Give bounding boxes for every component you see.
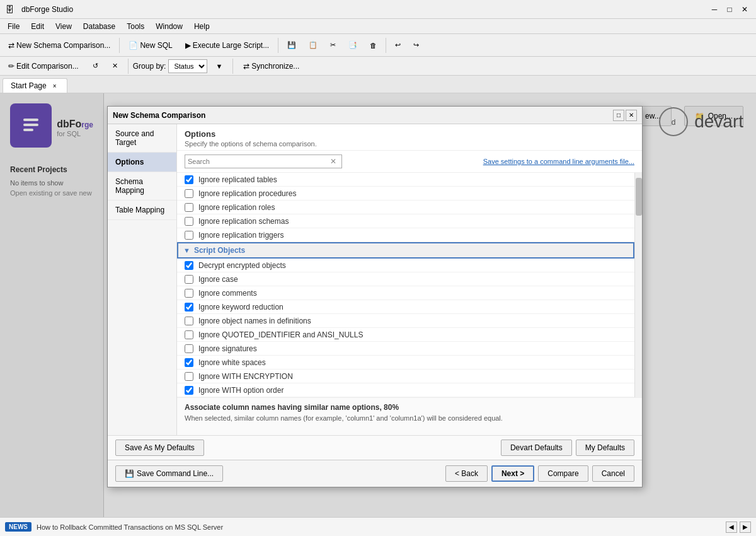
checkbox-ignore-case[interactable]	[185, 275, 193, 284]
option-ignore-replication-roles: Ignore replication roles	[177, 201, 634, 214]
toolbar-icon-1[interactable]: 💾	[282, 38, 302, 52]
maximize-button[interactable]: □	[723, 3, 736, 16]
new-schema-comparison-button[interactable]: ⇄ New Schema Comparison...	[3, 38, 116, 52]
modal-footer: 💾 Save Command Line... < Back Next > Com…	[108, 460, 642, 487]
back-button[interactable]: < Back	[445, 465, 488, 482]
modal-content-header: Options Specify the options of schema co…	[177, 124, 642, 151]
script-objects-section-header[interactable]: ▼ Script Objects	[177, 242, 634, 259]
toolbar-icon-3[interactable]: ✂	[324, 38, 341, 52]
option-ignore-case: Ignore case	[177, 272, 634, 286]
group-by-select[interactable]: Status	[168, 59, 207, 73]
nav-options[interactable]: Options	[108, 153, 176, 172]
new-sql-icon: 📄	[129, 41, 138, 50]
title-bar-left: 🗄 dbForge Studio	[5, 4, 73, 15]
modal-overlay: New Schema Comparison □ ✕ Source and Tar…	[0, 93, 756, 517]
modal-window-buttons: □ ✕	[613, 110, 637, 121]
redo-button[interactable]: ↪	[408, 38, 425, 52]
sync-icon: ⇄	[243, 62, 249, 71]
cancel-comparison-button[interactable]: ✕	[106, 59, 123, 73]
search-clear-button[interactable]: ✕	[330, 157, 339, 166]
toolbar-separator-2	[278, 38, 278, 53]
menu-tools[interactable]: Tools	[122, 21, 149, 32]
menu-bar: File Edit View Database Tools Window Hel…	[0, 19, 756, 34]
checkbox-ignore-replicated-tables[interactable]	[185, 175, 193, 184]
checkbox-ignore-replication-procedures[interactable]	[185, 189, 193, 198]
checkbox-ignore-keyword-reduction[interactable]	[185, 303, 193, 312]
next-button[interactable]: Next >	[491, 465, 534, 482]
undo-button[interactable]: ↩	[389, 38, 406, 52]
options-description: Specify the options of schema comparison…	[185, 140, 634, 148]
refresh-button[interactable]: ↺	[87, 59, 104, 73]
menu-help[interactable]: Help	[189, 21, 215, 32]
edit-icon: ✏	[8, 62, 14, 71]
compare-button[interactable]: Compare	[538, 465, 588, 482]
checkbox-ignore-quoted-identifier[interactable]	[185, 330, 193, 339]
checkbox-ignore-with-option-order[interactable]	[185, 386, 193, 395]
checkbox-ignore-replication-roles[interactable]	[185, 203, 193, 212]
option-description-panel: Associate column names having similar na…	[177, 397, 642, 435]
save-settings-link[interactable]: Save settings to a command line argument…	[483, 158, 634, 165]
menu-database[interactable]: Database	[78, 21, 120, 32]
menu-window[interactable]: Window	[151, 21, 188, 32]
checkbox-ignore-replication-triggers[interactable]	[185, 231, 193, 240]
nav-schema-mapping[interactable]: Schema Mapping	[108, 172, 176, 201]
modal-close-button[interactable]: ✕	[626, 110, 637, 121]
toolbar-icon-5[interactable]: 🗑	[364, 39, 382, 52]
footer-left-buttons: 💾 Save Command Line...	[115, 465, 442, 482]
options-list: Ignore replicated tables Ignore replicat…	[177, 173, 634, 397]
checkbox-decrypt-encrypted[interactable]	[185, 261, 193, 270]
my-defaults-button[interactable]: My Defaults	[576, 440, 634, 456]
checkbox-ignore-comments[interactable]	[185, 289, 193, 298]
close-button[interactable]: ✕	[738, 3, 751, 16]
new-sql-button[interactable]: 📄 New SQL	[123, 38, 178, 52]
modal-content: Options Specify the options of schema co…	[177, 124, 642, 435]
modal-maximize-button[interactable]: □	[613, 110, 624, 121]
option-ignore-replication-schemas: Ignore replication schemas	[177, 214, 634, 228]
tab-close-button[interactable]: ×	[50, 81, 59, 90]
option-ignore-with-option-order: Ignore WITH option order	[177, 383, 634, 397]
save-command-line-button[interactable]: 💾 Save Command Line...	[115, 465, 223, 482]
tab-label: Start Page	[11, 81, 47, 90]
options-toolbar: ✕ Save settings to a command line argume…	[177, 151, 642, 173]
execute-large-script-button[interactable]: ▶ Execute Large Script...	[180, 38, 275, 52]
menu-edit[interactable]: Edit	[26, 21, 49, 32]
checkbox-ignore-object-names[interactable]	[185, 317, 193, 325]
modal-titlebar: New Schema Comparison □ ✕	[108, 107, 642, 124]
footer-right-buttons: < Back Next > Compare Cancel	[445, 465, 634, 482]
edit-comparison-button[interactable]: ✏ Edit Comparison...	[3, 59, 84, 73]
devart-defaults-button[interactable]: Devart Defaults	[501, 440, 572, 456]
checkbox-ignore-signatures[interactable]	[185, 344, 193, 353]
modal-defaults-row: Save As My Defaults Devart Defaults My D…	[108, 435, 642, 460]
start-page-tab[interactable]: Start Page ×	[3, 78, 67, 93]
cancel-button[interactable]: Cancel	[592, 465, 634, 482]
search-input[interactable]	[185, 158, 324, 165]
search-box: ✕	[185, 154, 342, 168]
menu-file[interactable]: File	[3, 21, 25, 32]
synchronize-button[interactable]: ⇄ Synchronize...	[238, 59, 305, 73]
news-prev-button[interactable]: ◀	[726, 521, 737, 533]
nav-source-target[interactable]: Source and Target	[108, 124, 176, 153]
save-as-my-defaults-button[interactable]: Save As My Defaults	[115, 440, 204, 456]
options-scrollbar[interactable]	[634, 173, 642, 397]
news-badge: NEWS	[5, 522, 32, 532]
checkbox-ignore-replication-schemas[interactable]	[185, 217, 193, 226]
option-decrypt-encrypted: Decrypt encrypted objects	[177, 259, 634, 272]
options-title: Options	[185, 129, 634, 139]
title-bar: 🗄 dbForge Studio ─ □ ✕	[0, 0, 756, 19]
save-cmd-icon: 💾	[125, 469, 134, 478]
menu-view[interactable]: View	[50, 21, 77, 32]
checkbox-ignore-with-encryption[interactable]	[185, 372, 193, 381]
toolbar-icon-2[interactable]: 📋	[303, 38, 323, 52]
option-ignore-with-encryption: Ignore WITH ENCRYPTION	[177, 370, 634, 383]
minimize-button[interactable]: ─	[708, 3, 721, 16]
schema-comparison-icon: ⇄	[8, 41, 14, 50]
news-next-button[interactable]: ▶	[740, 521, 751, 533]
nav-table-mapping[interactable]: Table Mapping	[108, 201, 176, 220]
section-collapse-icon: ▼	[183, 247, 190, 254]
option-ignore-keyword-reduction: Ignore keyword reduction	[177, 300, 634, 314]
filter-button[interactable]: ▼	[210, 60, 228, 73]
scrollbar-thumb[interactable]	[636, 178, 642, 216]
group-by-label: Group by:	[133, 62, 166, 71]
checkbox-ignore-white-spaces[interactable]	[185, 358, 193, 367]
toolbar-icon-4[interactable]: 📑	[343, 38, 363, 52]
